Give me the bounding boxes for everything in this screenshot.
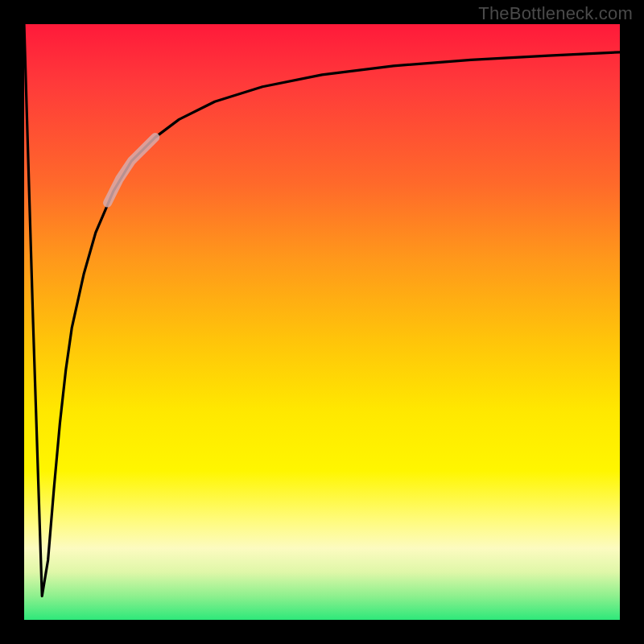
curve-svg <box>24 24 620 620</box>
watermark-label: TheBottleneck.com <box>478 3 633 24</box>
chart-frame: TheBottleneck.com <box>0 0 644 644</box>
highlight-segment <box>108 138 155 203</box>
plot-area <box>24 24 620 620</box>
bottleneck-curve <box>24 24 620 596</box>
